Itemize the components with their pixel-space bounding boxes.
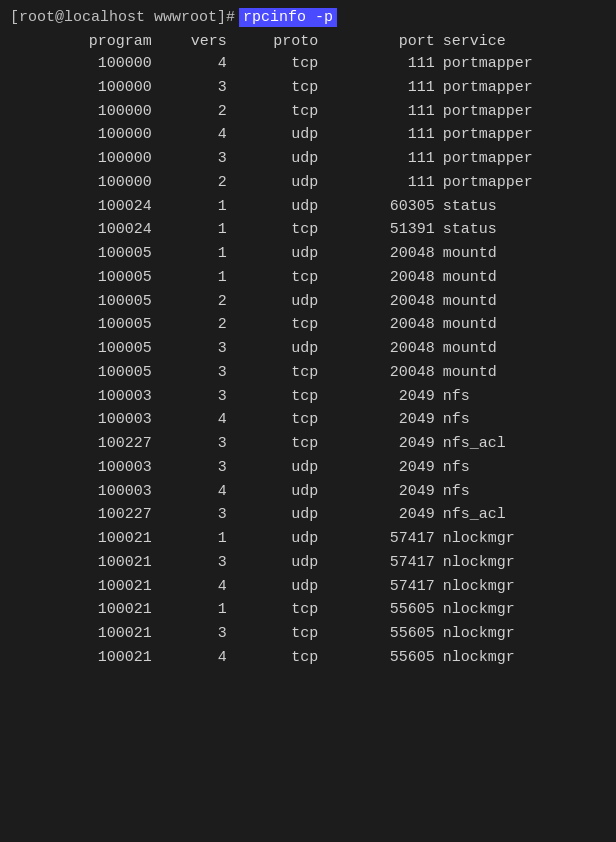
table-row: 1000053tcp20048mountd [10, 361, 606, 385]
cell-col-service: nfs [443, 480, 606, 504]
cell-col-port: 20048 [326, 361, 443, 385]
cell-col-service: portmapper [443, 100, 606, 124]
cell-col-proto: tcp [235, 218, 327, 242]
cell-col-program: 100021 [10, 622, 160, 646]
cell-col-proto: udp [235, 290, 327, 314]
cell-col-port: 2049 [326, 385, 443, 409]
table-row: 1000211tcp55605nlockmgr [10, 598, 606, 622]
cell-col-service: nlockmgr [443, 646, 606, 670]
cell-col-program: 100005 [10, 266, 160, 290]
cell-col-vers: 3 [160, 432, 235, 456]
cell-col-proto: tcp [235, 361, 327, 385]
cell-col-service: nfs [443, 385, 606, 409]
cell-col-service: mountd [443, 313, 606, 337]
cell-col-port: 55605 [326, 598, 443, 622]
table-row: 1000241udp60305status [10, 195, 606, 219]
table-row: 1000002udp111portmapper [10, 171, 606, 195]
cell-col-program: 100021 [10, 646, 160, 670]
table-row: 1000051tcp20048mountd [10, 266, 606, 290]
cell-col-vers: 3 [160, 76, 235, 100]
cell-col-program: 100021 [10, 527, 160, 551]
cell-col-program: 100021 [10, 551, 160, 575]
cell-col-proto: udp [235, 575, 327, 599]
table-row: 1000003tcp111portmapper [10, 76, 606, 100]
prompt-command: rpcinfo -p [239, 8, 337, 27]
cell-col-port: 57417 [326, 575, 443, 599]
table-row: 1000213tcp55605nlockmgr [10, 622, 606, 646]
cell-col-service: nlockmgr [443, 527, 606, 551]
prompt-line: [root@localhost wwwroot]# rpcinfo -p [10, 8, 606, 27]
cell-col-vers: 2 [160, 290, 235, 314]
cell-col-vers: 3 [160, 551, 235, 575]
cell-col-vers: 3 [160, 147, 235, 171]
cell-col-service: mountd [443, 337, 606, 361]
cell-col-service: nfs_acl [443, 432, 606, 456]
cell-col-port: 2049 [326, 456, 443, 480]
cell-col-port: 111 [326, 123, 443, 147]
table-row: 1002273tcp2049nfs_acl [10, 432, 606, 456]
cell-col-service: nlockmgr [443, 551, 606, 575]
cell-col-service: nlockmgr [443, 598, 606, 622]
cell-col-program: 100021 [10, 575, 160, 599]
cell-col-proto: tcp [235, 52, 327, 76]
cell-col-vers: 1 [160, 195, 235, 219]
cell-col-vers: 4 [160, 480, 235, 504]
cell-col-service: mountd [443, 290, 606, 314]
cell-col-proto: tcp [235, 76, 327, 100]
cell-col-proto: udp [235, 456, 327, 480]
col-header-program: program [10, 33, 160, 52]
col-header-vers: vers [160, 33, 235, 52]
cell-col-port: 57417 [326, 551, 443, 575]
cell-col-proto: udp [235, 527, 327, 551]
cell-col-service: status [443, 195, 606, 219]
col-header-proto: proto [235, 33, 327, 52]
cell-col-port: 20048 [326, 337, 443, 361]
cell-col-proto: tcp [235, 266, 327, 290]
cell-col-port: 55605 [326, 646, 443, 670]
cell-col-program: 100005 [10, 337, 160, 361]
cell-col-vers: 2 [160, 313, 235, 337]
table-row: 1000002tcp111portmapper [10, 100, 606, 124]
cell-col-vers: 1 [160, 527, 235, 551]
cell-col-service: portmapper [443, 147, 606, 171]
terminal-window: [root@localhost wwwroot]# rpcinfo -p pro… [0, 0, 616, 842]
table-row: 1000034udp2049nfs [10, 480, 606, 504]
cell-col-service: nlockmgr [443, 575, 606, 599]
cell-col-program: 100227 [10, 503, 160, 527]
cell-col-vers: 1 [160, 242, 235, 266]
cell-col-port: 20048 [326, 266, 443, 290]
cell-col-vers: 2 [160, 100, 235, 124]
cell-col-vers: 1 [160, 266, 235, 290]
cell-col-proto: tcp [235, 598, 327, 622]
cell-col-port: 55605 [326, 622, 443, 646]
cell-col-service: mountd [443, 266, 606, 290]
table-row: 1000004tcp111portmapper [10, 52, 606, 76]
cell-col-vers: 1 [160, 598, 235, 622]
cell-col-vers: 4 [160, 52, 235, 76]
cell-col-vers: 3 [160, 337, 235, 361]
cell-col-vers: 2 [160, 171, 235, 195]
cell-col-program: 100003 [10, 456, 160, 480]
cell-col-proto: udp [235, 337, 327, 361]
cell-col-service: portmapper [443, 171, 606, 195]
cell-col-program: 100000 [10, 100, 160, 124]
cell-col-program: 100000 [10, 171, 160, 195]
cell-col-vers: 4 [160, 408, 235, 432]
cell-col-port: 111 [326, 147, 443, 171]
table-row: 1000033tcp2049nfs [10, 385, 606, 409]
cell-col-proto: tcp [235, 385, 327, 409]
table-header: program vers proto port service [10, 33, 606, 52]
table-row: 1000214tcp55605nlockmgr [10, 646, 606, 670]
cell-col-vers: 4 [160, 646, 235, 670]
cell-col-proto: udp [235, 123, 327, 147]
cell-col-service: nfs [443, 408, 606, 432]
cell-col-program: 100000 [10, 76, 160, 100]
cell-col-vers: 3 [160, 503, 235, 527]
cell-col-proto: tcp [235, 646, 327, 670]
cell-col-program: 100005 [10, 361, 160, 385]
cell-col-service: nlockmgr [443, 622, 606, 646]
cell-col-proto: tcp [235, 408, 327, 432]
cell-col-port: 20048 [326, 313, 443, 337]
table-row: 1000004udp111portmapper [10, 123, 606, 147]
table-row: 1000051udp20048mountd [10, 242, 606, 266]
